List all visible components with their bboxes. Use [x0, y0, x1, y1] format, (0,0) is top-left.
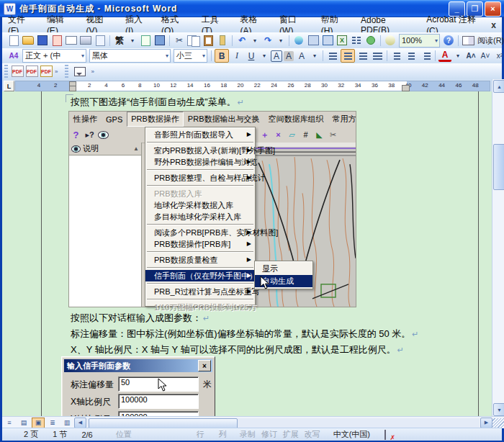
insert-excel-icon[interactable]: X [336, 35, 348, 47]
insert-table-icon[interactable] [321, 35, 334, 47]
zoom-combo[interactable]: 100% ▾ [399, 34, 440, 48]
align-center-button[interactable] [341, 49, 355, 63]
toolbar-grip[interactable] [4, 65, 8, 78]
scroll-up-icon[interactable]: ▲ [493, 80, 504, 93]
size-dropdown-icon[interactable]: ▾ [201, 53, 207, 59]
prb-menu-item-5[interactable]: PRB数据整理、自检与样品统计▶ [145, 172, 255, 184]
gis-tool-icon-5[interactable]: ✂ [327, 129, 339, 140]
redo-icon[interactable]: ↷ [261, 35, 274, 47]
gis-tool-icon-0[interactable]: ＋ [258, 129, 271, 140]
research-icon[interactable] [153, 35, 166, 47]
submenu-item-0[interactable]: 显示 [255, 263, 312, 275]
prb-menu-item-2[interactable]: 室内PRB数据入录(新增)[野外手图]▶ [145, 145, 255, 156]
sort-icon[interactable]: ▲ [133, 145, 139, 152]
gis-menu-1[interactable]: GPS [102, 113, 127, 126]
gis-menu-4[interactable]: 空间数据库组织 [264, 112, 328, 127]
drawing-icon[interactable] [364, 35, 377, 47]
gis-menu-2[interactable]: PRB数据操作 [127, 112, 184, 127]
gis-tool-icon-2[interactable]: ▱ [286, 129, 298, 140]
vertical-scroll-thumb[interactable] [493, 144, 504, 190]
undo-icon[interactable]: ↶ [235, 35, 248, 47]
comment-icon[interactable] [71, 66, 89, 78]
prb-menu-item-18[interactable]: PRB_R过程计算与点坐标重写▶ [145, 286, 255, 297]
prb-menu-item-0[interactable]: 音影照片剖面数据导入▶ [145, 129, 255, 140]
prb-menu-item-16[interactable]: 信手剖面（仅在野外手图中）▶ [145, 270, 255, 281]
underline-button[interactable]: U [245, 50, 258, 62]
hanging-indent-marker[interactable] [69, 86, 76, 91]
gis-menu-5[interactable]: 常用方法 [328, 112, 356, 127]
hyperlink-icon[interactable] [292, 35, 305, 47]
styles-pane-icon[interactable]: A4 [7, 50, 20, 62]
permission-icon[interactable] [50, 35, 63, 47]
prb-menu-item-9[interactable]: 多目标地球化学采样入库 [145, 211, 255, 222]
superscript-button[interactable]: x² [493, 50, 504, 62]
size-combo[interactable]: 小三 ▾ [174, 49, 207, 63]
horizontal-scroll-track[interactable] [87, 418, 480, 428]
zoom-dropdown-icon[interactable]: ▾ [433, 37, 439, 44]
character-scaling-button[interactable]: A [295, 50, 308, 62]
chinese-translation-icon[interactable]: 繁 [113, 35, 126, 47]
help-icon[interactable]: ? [442, 35, 455, 47]
scaling-dropdown-icon[interactable]: ▾ [310, 50, 320, 62]
prb-menu-item-11[interactable]: 阅读多个PRB[PRB库、实际材料图]▶ [145, 227, 255, 238]
read-mode-button[interactable]: 阅读(R) [477, 35, 504, 46]
prb-menu-item-14[interactable]: PRB数据质量检查▶ [145, 254, 255, 266]
ruler-bar[interactable]: 4224681012141618202224262830323436384042… [15, 81, 490, 91]
save-icon[interactable] [36, 35, 49, 47]
gis-eye-icon[interactable] [97, 129, 109, 140]
style-dropdown-icon[interactable]: ▾ [80, 53, 86, 59]
font-color-button[interactable]: A [438, 50, 451, 62]
redo-dropdown-icon[interactable]: ▾ [276, 35, 286, 47]
cut-icon[interactable]: ✂ [173, 35, 186, 47]
columns-icon[interactable] [350, 35, 363, 47]
shrink-font-button[interactable]: A˅ [479, 50, 492, 62]
grow-font-button[interactable]: A˄ [464, 50, 477, 62]
format-painter-icon[interactable] [216, 35, 229, 47]
style-combo[interactable]: 正文 + (中 ▾ [22, 49, 86, 63]
convert-pdf-email-icon[interactable]: PDF [25, 66, 38, 78]
document-area[interactable]: 按照下图选择“信手剖面自动生成”菜单。↵ 性操作GPSPRB数据操作PRB数据输… [2, 91, 492, 416]
web-layout-button[interactable]: ▤ [17, 418, 30, 428]
bold-button[interactable]: B [215, 49, 229, 63]
font-dropdown-icon[interactable]: ▾ [164, 53, 170, 59]
numbering-button[interactable] [390, 50, 403, 62]
bullets-button[interactable] [405, 50, 418, 62]
convert-to-pdf-icon[interactable]: PDF [11, 66, 24, 78]
reading-view-button[interactable]: ▥ [60, 418, 73, 428]
scroll-down-icon[interactable]: ▼ [493, 403, 504, 416]
print-icon[interactable] [79, 35, 92, 47]
gis-tool-icon-4[interactable]: ◣ [313, 129, 325, 140]
prb-menu-item-8[interactable]: 地球化学采样数据入库 [145, 199, 255, 211]
open-icon[interactable] [22, 35, 35, 47]
paste-icon[interactable] [202, 35, 215, 47]
dialog-close-icon[interactable]: × [198, 360, 211, 371]
toolbar-options-icon[interactable]: » [91, 69, 94, 74]
align-right-button[interactable] [356, 50, 369, 62]
print-preview-icon[interactable] [94, 35, 107, 47]
font-color-dropdown-icon[interactable]: ▾ [453, 50, 463, 62]
prb-menu-item-3[interactable]: 野外PRB数据操作编辑与浏览▶ [145, 156, 255, 168]
gis-tool-icon-1[interactable]: × [272, 129, 284, 140]
resize-grip[interactable] [492, 418, 504, 428]
undo-dropdown-icon[interactable]: ▾ [250, 35, 260, 47]
distribute-button[interactable] [371, 50, 384, 62]
character-border-button[interactable]: A [271, 50, 282, 62]
right-indent-marker[interactable] [402, 85, 410, 91]
font-combo[interactable]: 黑体 ▾ [89, 49, 171, 63]
print-layout-button[interactable]: ▣ [32, 418, 45, 428]
new-document-icon[interactable] [7, 35, 20, 47]
toolbar-options-icon[interactable]: » [55, 69, 58, 74]
scroll-left-icon[interactable]: ◀ [74, 418, 86, 428]
italic-button[interactable]: I [230, 50, 243, 62]
outline-view-button[interactable]: ≣ [46, 418, 59, 428]
read-book-icon[interactable] [462, 35, 474, 47]
increase-indent-button[interactable] [419, 50, 432, 62]
tables-borders-icon[interactable] [307, 35, 320, 47]
underline-dropdown-icon[interactable]: ▾ [259, 50, 269, 62]
gis-help-icon[interactable]: ? [70, 129, 82, 140]
normal-view-button[interactable]: ≡ [3, 418, 16, 428]
gis-menu-0[interactable]: 性操作 [69, 112, 102, 127]
close-document-icon[interactable]: x [491, 20, 496, 30]
dialog-input-2[interactable]: 100000 [118, 411, 199, 416]
email-icon[interactable] [65, 35, 78, 47]
